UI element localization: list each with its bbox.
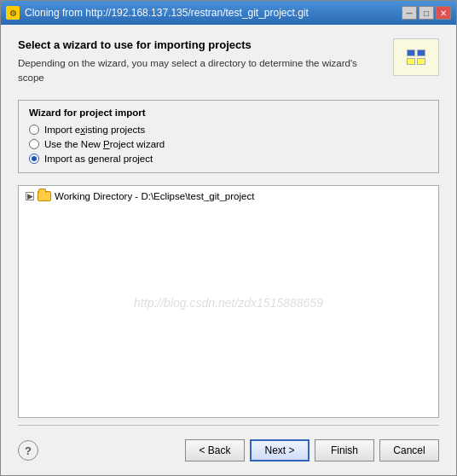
radio-circle-new[interactable] (29, 139, 39, 149)
separator (18, 425, 439, 426)
title-bar: ⚙ Cloning from http://192.168.137.135/re… (1, 1, 456, 25)
radio-import-existing[interactable]: Import existing projects (29, 125, 428, 135)
wizard-icon (393, 38, 439, 76)
header-text: Select a wizard to use for importing pro… (18, 38, 383, 86)
underline-p: P (103, 139, 110, 149)
header-section: Select a wizard to use for importing pro… (18, 38, 439, 86)
radio-general-project[interactable]: Import as general project (29, 154, 428, 164)
header-title: Select a wizard to use for importing pro… (18, 38, 383, 51)
header-description: Depending on the wizard, you may select … (18, 56, 383, 86)
underline-x: x (80, 125, 85, 135)
radio-circle-existing[interactable] (29, 125, 39, 135)
main-window: ⚙ Cloning from http://192.168.137.135/re… (0, 0, 457, 476)
cancel-button[interactable]: Cancel (379, 439, 439, 461)
minimize-button[interactable]: ─ (402, 6, 417, 20)
next-button[interactable]: Next > (250, 439, 309, 461)
icon-row-top (407, 49, 425, 56)
window-title: Cloning from http://192.168.137.135/rest… (25, 7, 309, 19)
icon-block-2 (417, 49, 425, 56)
tree-item[interactable]: ▶ Working Directory - D:\Eclipse\test_gi… (22, 189, 435, 203)
tree-toggle[interactable]: ▶ (26, 192, 34, 200)
window-controls: ─ □ ✕ (402, 6, 451, 20)
close-button[interactable]: ✕ (436, 6, 451, 20)
radio-label-new: Use the New Project wizard (44, 139, 165, 149)
title-bar-left: ⚙ Cloning from http://192.168.137.135/re… (6, 6, 309, 20)
tree-box: ▶ Working Directory - D:\Eclipse\test_gi… (18, 185, 439, 419)
dialog-content: Select a wizard to use for importing pro… (1, 25, 456, 475)
radio-label-general: Import as general project (44, 154, 153, 164)
nav-buttons: < Back Next > Finish Cancel (185, 439, 439, 461)
wizard-icon-inner (407, 49, 425, 65)
app-icon: ⚙ (6, 6, 20, 20)
radio-label-existing: Import existing projects (44, 125, 145, 135)
radio-circle-general[interactable] (29, 154, 39, 164)
maximize-button[interactable]: □ (419, 6, 434, 20)
icon-block-4 (417, 58, 425, 65)
icon-block-1 (407, 49, 415, 56)
finish-button[interactable]: Finish (315, 439, 374, 461)
button-bar: ? < Back Next > Finish Cancel (18, 432, 439, 465)
folder-icon (38, 191, 51, 201)
icon-block-3 (407, 58, 415, 65)
wizard-group-box: Wizard for project import Import existin… (18, 100, 439, 173)
back-button[interactable]: < Back (185, 439, 245, 461)
help-button[interactable]: ? (18, 440, 38, 461)
icon-row-bottom (407, 58, 425, 65)
group-label: Wizard for project import (29, 107, 428, 118)
radio-new-project[interactable]: Use the New Project wizard (29, 139, 428, 149)
watermark: http://blog.csdn.net/zdx1515888659 (134, 296, 323, 310)
tree-item-label: Working Directory - D:\Eclipse\test_git_… (55, 191, 254, 201)
